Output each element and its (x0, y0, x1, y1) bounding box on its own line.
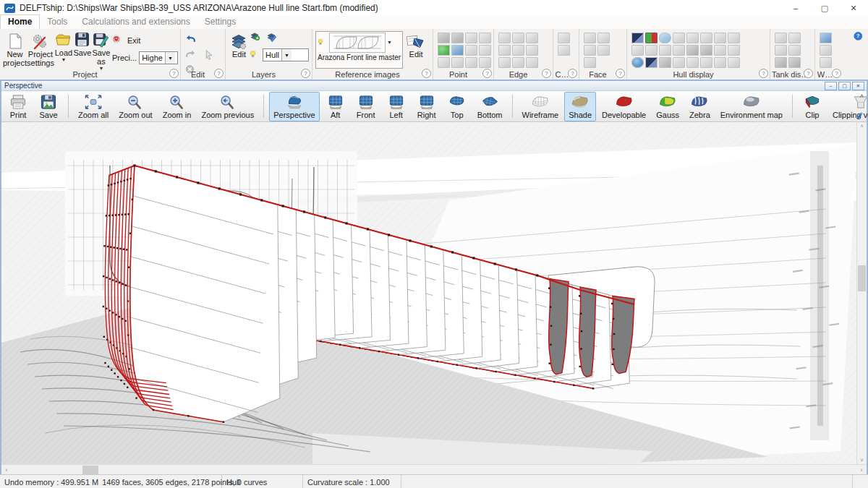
restore-button[interactable]: ▢ (810, 0, 839, 16)
point-tool-icon[interactable] (465, 33, 477, 43)
hull-display-tool-icon[interactable] (728, 33, 740, 43)
hydrostatics-icon[interactable] (631, 57, 644, 68)
point-tool-icon[interactable] (479, 33, 491, 43)
close-button[interactable]: ✕ (839, 0, 868, 16)
view-minimize-button[interactable]: – (825, 82, 837, 90)
right-button[interactable]: Right (412, 92, 441, 121)
menu-tab-tools[interactable]: Tools (40, 15, 75, 29)
point-tool-icon[interactable] (479, 57, 491, 68)
hull-display-tool-icon[interactable] (645, 57, 658, 68)
hull-display-tool-icon[interactable] (686, 57, 699, 68)
active-layer-combo[interactable]: Hull ▼ (263, 48, 309, 61)
tank-tool-icon[interactable] (788, 45, 801, 56)
hull-display-tool-icon[interactable] (673, 45, 685, 56)
point-help-icon[interactable]: ? (482, 69, 492, 78)
zoom-out-button[interactable]: Zoom out (114, 92, 156, 121)
edge-tool-icon[interactable] (498, 33, 511, 43)
select-cursor-icon[interactable] (203, 48, 218, 61)
reference-image-selector[interactable]: ▼ Arazona Front line master (315, 31, 403, 69)
edge-tool-icon[interactable] (498, 45, 511, 56)
layers-edit-button[interactable]: Edit (229, 31, 250, 59)
precision-dropdown-icon[interactable]: ▼ (165, 52, 175, 64)
scroll-left-icon[interactable]: ‹ (1, 466, 12, 474)
face-tool-icon[interactable] (584, 33, 596, 43)
vertical-scroll-thumb[interactable] (858, 265, 866, 291)
view-close-button[interactable]: ✕ (852, 82, 864, 90)
hull-surface-icon[interactable] (659, 33, 671, 43)
project-help-icon[interactable]: ? (169, 69, 179, 78)
top-button[interactable]: Top (443, 92, 472, 121)
hull-intersections-icon[interactable] (645, 33, 658, 43)
point-tool-icon[interactable] (451, 45, 464, 56)
curve-tool-icon[interactable] (558, 45, 570, 56)
curve-tool-icon[interactable] (558, 33, 570, 43)
curve-help-icon[interactable]: ? (568, 69, 577, 78)
zoom-all-button[interactable]: Zoom all (74, 92, 113, 121)
point-tool-icon[interactable] (438, 57, 450, 68)
load-button[interactable]: Load ▼ (54, 31, 73, 63)
developable-button[interactable]: Developable (597, 92, 650, 121)
hull-display-tool-icon[interactable] (631, 33, 644, 43)
window-tool-icon[interactable] (820, 33, 832, 43)
precision-combo[interactable]: Highe ▼ (139, 51, 178, 64)
point-tool-icon[interactable] (479, 45, 491, 56)
left-button[interactable]: Left (382, 92, 411, 121)
vertical-scrollbar[interactable]: ˄ ˅ (856, 122, 867, 464)
face-tool-icon[interactable] (584, 57, 596, 68)
face-tool-icon[interactable] (597, 33, 610, 43)
edge-tool-icon[interactable] (526, 45, 538, 56)
hull-display-tool-icon[interactable] (714, 45, 726, 56)
window-group-help-icon[interactable]: ? (832, 69, 841, 78)
help-icon[interactable]: ? (853, 30, 865, 43)
horizontal-scrollbar[interactable]: ‹ › (1, 464, 867, 475)
tank-tool-icon[interactable] (788, 33, 801, 43)
toolbar-collapse-icon[interactable]: ˄ (860, 93, 864, 100)
hull-display-tool-icon[interactable] (728, 45, 740, 56)
new-project-button[interactable]: New project (3, 31, 27, 67)
reference-bulb-icon[interactable] (318, 36, 328, 49)
zoom-in-button[interactable]: Zoom in (158, 92, 196, 121)
hull-display-tool-icon[interactable] (686, 33, 699, 43)
wireframe-button[interactable]: Wireframe (518, 92, 563, 121)
front-button[interactable]: Front (352, 92, 380, 121)
hull-display-tool-icon[interactable] (631, 45, 644, 56)
save-as-button[interactable]: Save as ▼ (92, 31, 111, 72)
hull-display-tool-icon[interactable] (673, 57, 685, 68)
layer-visibility-bulb-icon[interactable] (250, 48, 261, 62)
reference-images-help-icon[interactable]: ? (422, 69, 431, 78)
edge-tool-icon[interactable] (526, 33, 538, 43)
viewport-3d[interactable]: ˄ ˅ (1, 122, 867, 464)
layers-help-icon[interactable]: ? (301, 69, 310, 78)
face-help-icon[interactable]: ? (616, 69, 625, 78)
tank-tool-icon[interactable] (788, 57, 801, 68)
aft-button[interactable]: Aft (321, 92, 350, 121)
point-add-icon[interactable] (438, 45, 450, 56)
tank-tool-icon[interactable] (775, 33, 787, 43)
menu-tab-calculations-and-extensions[interactable]: Calculations and extensions (75, 15, 197, 29)
scroll-up-icon[interactable]: ˄ (857, 122, 867, 130)
point-tool-icon[interactable] (438, 33, 450, 43)
edge-tool-icon[interactable] (498, 57, 511, 68)
clip-button[interactable]: Clip (798, 92, 827, 121)
edge-tool-icon[interactable] (512, 45, 524, 56)
edge-tool-icon[interactable] (512, 57, 524, 68)
face-tool-icon[interactable] (597, 45, 610, 56)
hull-display-tool-icon[interactable] (659, 57, 671, 68)
hull-display-tool-icon[interactable] (700, 57, 712, 68)
scroll-right-icon[interactable]: › (856, 466, 867, 474)
gauss-button[interactable]: Gauss (652, 92, 684, 121)
project-settings-button[interactable]: Project settings (27, 31, 54, 67)
minimize-button[interactable]: – (781, 0, 810, 16)
perspective-window-titlebar[interactable]: Perspective – ▢ ✕ (1, 81, 867, 91)
face-tool-icon[interactable] (584, 45, 596, 56)
hull-display-tool-icon[interactable] (645, 45, 658, 56)
hull-display-tool-icon[interactable] (673, 33, 685, 43)
active-layer-dropdown-icon[interactable]: ▼ (281, 49, 292, 61)
shade-button[interactable]: Shade (564, 92, 596, 121)
tank-tool-icon[interactable] (775, 57, 787, 68)
redo-icon[interactable] (185, 48, 200, 61)
hull-display-tool-icon[interactable] (728, 57, 740, 68)
edge-tool-icon[interactable] (512, 33, 524, 43)
layer-edit-icon[interactable] (266, 31, 281, 44)
reference-dropdown-icon[interactable]: ▼ (387, 40, 392, 46)
